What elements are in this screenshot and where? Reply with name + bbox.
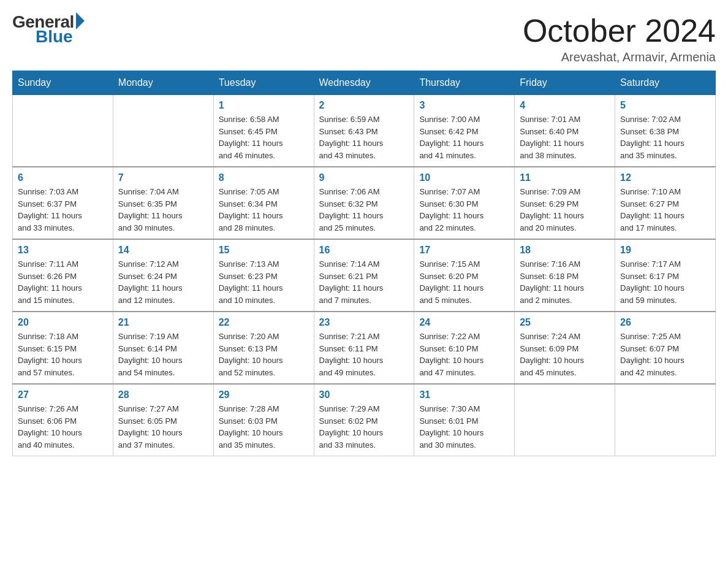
day-info: Sunrise: 7:03 AM Sunset: 6:37 PM Dayligh… bbox=[18, 186, 108, 234]
calendar-header-cell: Friday bbox=[515, 71, 615, 95]
calendar-day-cell: 11Sunrise: 7:09 AM Sunset: 6:29 PM Dayli… bbox=[515, 167, 615, 239]
calendar-day-cell: 19Sunrise: 7:17 AM Sunset: 6:17 PM Dayli… bbox=[615, 239, 716, 312]
day-number: 21 bbox=[118, 317, 208, 328]
day-info: Sunrise: 7:07 AM Sunset: 6:30 PM Dayligh… bbox=[419, 186, 509, 234]
day-info: Sunrise: 7:12 AM Sunset: 6:24 PM Dayligh… bbox=[118, 258, 208, 306]
day-number: 10 bbox=[419, 172, 509, 183]
calendar-day-cell bbox=[515, 384, 615, 456]
day-info: Sunrise: 7:28 AM Sunset: 6:03 PM Dayligh… bbox=[219, 403, 309, 451]
day-info: Sunrise: 7:01 AM Sunset: 6:40 PM Dayligh… bbox=[520, 113, 610, 161]
calendar-day-cell bbox=[13, 95, 113, 167]
calendar-body: 1Sunrise: 6:58 AM Sunset: 6:45 PM Daylig… bbox=[13, 95, 716, 456]
day-info: Sunrise: 7:29 AM Sunset: 6:02 PM Dayligh… bbox=[319, 403, 409, 451]
calendar-week-row: 1Sunrise: 6:58 AM Sunset: 6:45 PM Daylig… bbox=[13, 95, 716, 167]
calendar-day-cell: 12Sunrise: 7:10 AM Sunset: 6:27 PM Dayli… bbox=[615, 167, 716, 239]
calendar-day-cell: 15Sunrise: 7:13 AM Sunset: 6:23 PM Dayli… bbox=[213, 239, 314, 312]
calendar-day-cell: 8Sunrise: 7:05 AM Sunset: 6:34 PM Daylig… bbox=[213, 167, 314, 239]
day-number: 18 bbox=[520, 245, 610, 256]
calendar-header-cell: Tuesday bbox=[213, 71, 314, 95]
calendar-day-cell: 28Sunrise: 7:27 AM Sunset: 6:05 PM Dayli… bbox=[113, 384, 213, 456]
calendar-day-cell: 24Sunrise: 7:22 AM Sunset: 6:10 PM Dayli… bbox=[414, 312, 515, 384]
calendar-header-cell: Monday bbox=[113, 71, 213, 95]
calendar-day-cell: 16Sunrise: 7:14 AM Sunset: 6:21 PM Dayli… bbox=[314, 239, 414, 312]
calendar-day-cell: 3Sunrise: 7:00 AM Sunset: 6:42 PM Daylig… bbox=[414, 95, 515, 167]
day-info: Sunrise: 7:16 AM Sunset: 6:18 PM Dayligh… bbox=[520, 258, 610, 306]
day-number: 13 bbox=[18, 245, 108, 256]
day-number: 16 bbox=[319, 245, 409, 256]
calendar-week-row: 6Sunrise: 7:03 AM Sunset: 6:37 PM Daylig… bbox=[13, 167, 716, 239]
day-info: Sunrise: 7:21 AM Sunset: 6:11 PM Dayligh… bbox=[319, 331, 409, 378]
day-number: 22 bbox=[219, 317, 309, 328]
day-number: 1 bbox=[219, 100, 309, 111]
day-number: 9 bbox=[319, 172, 409, 183]
day-number: 26 bbox=[620, 317, 710, 328]
day-number: 28 bbox=[118, 389, 208, 400]
calendar-day-cell: 7Sunrise: 7:04 AM Sunset: 6:35 PM Daylig… bbox=[113, 167, 213, 239]
day-number: 3 bbox=[419, 100, 509, 111]
day-number: 6 bbox=[18, 172, 108, 183]
day-info: Sunrise: 7:06 AM Sunset: 6:32 PM Dayligh… bbox=[319, 186, 409, 234]
calendar-table: SundayMondayTuesdayWednesdayThursdayFrid… bbox=[12, 71, 716, 456]
day-info: Sunrise: 7:18 AM Sunset: 6:15 PM Dayligh… bbox=[18, 331, 108, 378]
day-number: 19 bbox=[620, 245, 710, 256]
calendar-header-cell: Wednesday bbox=[314, 71, 414, 95]
calendar-day-cell: 30Sunrise: 7:29 AM Sunset: 6:02 PM Dayli… bbox=[314, 384, 414, 456]
header-row: SundayMondayTuesdayWednesdayThursdayFrid… bbox=[13, 71, 716, 95]
day-info: Sunrise: 7:02 AM Sunset: 6:38 PM Dayligh… bbox=[620, 113, 710, 161]
day-info: Sunrise: 7:25 AM Sunset: 6:07 PM Dayligh… bbox=[620, 331, 710, 378]
calendar-day-cell: 29Sunrise: 7:28 AM Sunset: 6:03 PM Dayli… bbox=[213, 384, 314, 456]
day-info: Sunrise: 7:17 AM Sunset: 6:17 PM Dayligh… bbox=[620, 258, 710, 306]
calendar-day-cell: 4Sunrise: 7:01 AM Sunset: 6:40 PM Daylig… bbox=[515, 95, 615, 167]
calendar-day-cell: 2Sunrise: 6:59 AM Sunset: 6:43 PM Daylig… bbox=[314, 95, 414, 167]
day-number: 11 bbox=[520, 172, 610, 183]
calendar-day-cell: 1Sunrise: 6:58 AM Sunset: 6:45 PM Daylig… bbox=[213, 95, 314, 167]
calendar-week-row: 13Sunrise: 7:11 AM Sunset: 6:26 PM Dayli… bbox=[13, 239, 716, 312]
day-info: Sunrise: 7:00 AM Sunset: 6:42 PM Dayligh… bbox=[419, 113, 509, 161]
day-info: Sunrise: 7:19 AM Sunset: 6:14 PM Dayligh… bbox=[118, 331, 208, 378]
day-number: 7 bbox=[118, 172, 208, 183]
day-info: Sunrise: 7:09 AM Sunset: 6:29 PM Dayligh… bbox=[520, 186, 610, 234]
calendar-day-cell: 31Sunrise: 7:30 AM Sunset: 6:01 PM Dayli… bbox=[414, 384, 515, 456]
day-number: 23 bbox=[319, 317, 409, 328]
calendar-day-cell: 22Sunrise: 7:20 AM Sunset: 6:13 PM Dayli… bbox=[213, 312, 314, 384]
calendar-day-cell bbox=[113, 95, 213, 167]
calendar-header-cell: Thursday bbox=[414, 71, 515, 95]
day-info: Sunrise: 7:24 AM Sunset: 6:09 PM Dayligh… bbox=[520, 331, 610, 378]
day-number: 8 bbox=[219, 172, 309, 183]
day-info: Sunrise: 7:14 AM Sunset: 6:21 PM Dayligh… bbox=[319, 258, 409, 306]
calendar-header-cell: Sunday bbox=[13, 71, 113, 95]
day-number: 12 bbox=[620, 172, 710, 183]
logo-blue-text: Blue bbox=[36, 27, 73, 47]
day-info: Sunrise: 7:15 AM Sunset: 6:20 PM Dayligh… bbox=[419, 258, 509, 306]
calendar-day-cell: 14Sunrise: 7:12 AM Sunset: 6:24 PM Dayli… bbox=[113, 239, 213, 312]
day-number: 24 bbox=[419, 317, 509, 328]
month-title: October 2024 bbox=[523, 12, 716, 49]
day-number: 2 bbox=[319, 100, 409, 111]
day-info: Sunrise: 7:04 AM Sunset: 6:35 PM Dayligh… bbox=[118, 186, 208, 234]
day-info: Sunrise: 6:58 AM Sunset: 6:45 PM Dayligh… bbox=[219, 113, 309, 161]
logo-arrow-icon bbox=[76, 12, 85, 29]
calendar-day-cell: 10Sunrise: 7:07 AM Sunset: 6:30 PM Dayli… bbox=[414, 167, 515, 239]
calendar-day-cell bbox=[615, 384, 716, 456]
calendar-day-cell: 6Sunrise: 7:03 AM Sunset: 6:37 PM Daylig… bbox=[13, 167, 113, 239]
logo: General Blue bbox=[12, 12, 85, 47]
day-info: Sunrise: 7:20 AM Sunset: 6:13 PM Dayligh… bbox=[219, 331, 309, 378]
day-info: Sunrise: 7:22 AM Sunset: 6:10 PM Dayligh… bbox=[419, 331, 509, 378]
day-number: 17 bbox=[419, 245, 509, 256]
location-text: Arevashat, Armavir, Armenia bbox=[523, 50, 716, 64]
day-info: Sunrise: 7:05 AM Sunset: 6:34 PM Dayligh… bbox=[219, 186, 309, 234]
day-info: Sunrise: 6:59 AM Sunset: 6:43 PM Dayligh… bbox=[319, 113, 409, 161]
day-number: 31 bbox=[419, 389, 509, 400]
page-header: General Blue October 2024 Arevashat, Arm… bbox=[12, 12, 716, 64]
day-number: 15 bbox=[219, 245, 309, 256]
calendar-header-cell: Saturday bbox=[615, 71, 716, 95]
calendar-day-cell: 13Sunrise: 7:11 AM Sunset: 6:26 PM Dayli… bbox=[13, 239, 113, 312]
day-info: Sunrise: 7:26 AM Sunset: 6:06 PM Dayligh… bbox=[18, 403, 108, 451]
day-number: 25 bbox=[520, 317, 610, 328]
day-number: 14 bbox=[118, 245, 208, 256]
day-info: Sunrise: 7:13 AM Sunset: 6:23 PM Dayligh… bbox=[219, 258, 309, 306]
calendar-day-cell: 17Sunrise: 7:15 AM Sunset: 6:20 PM Dayli… bbox=[414, 239, 515, 312]
day-info: Sunrise: 7:30 AM Sunset: 6:01 PM Dayligh… bbox=[419, 403, 509, 451]
calendar-day-cell: 25Sunrise: 7:24 AM Sunset: 6:09 PM Dayli… bbox=[515, 312, 615, 384]
calendar-day-cell: 23Sunrise: 7:21 AM Sunset: 6:11 PM Dayli… bbox=[314, 312, 414, 384]
